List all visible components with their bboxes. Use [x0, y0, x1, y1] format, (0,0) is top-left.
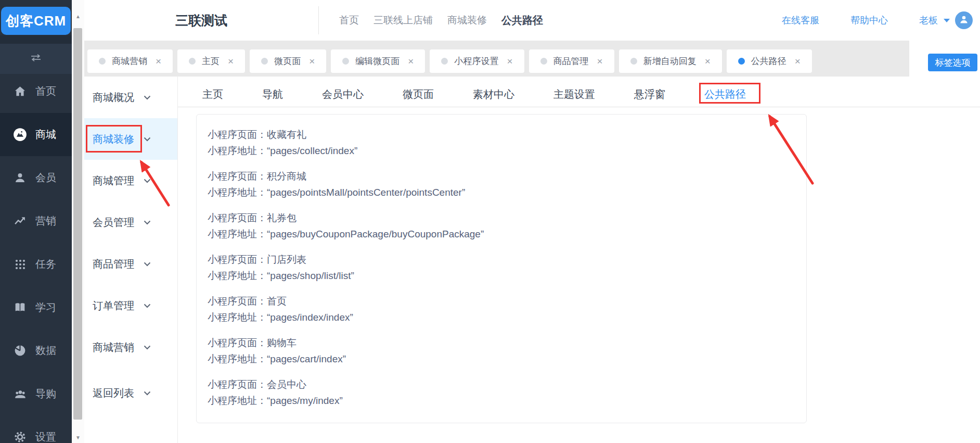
close-icon[interactable]: ×: [795, 56, 801, 66]
sidebar-item[interactable]: 商城装修: [84, 118, 177, 160]
sidebar-item[interactable]: 商城概况: [84, 77, 177, 118]
chevron-down-icon: [144, 303, 151, 308]
paths-card: 小程序页面：收藏有礼 小程序地址：“pages/collect/index” 小…: [196, 114, 807, 423]
header-link[interactable]: 在线客服: [782, 14, 819, 27]
close-icon[interactable]: ×: [156, 56, 161, 66]
sidebar-scrollbar[interactable]: ▲ ▼: [72, 0, 84, 443]
page-tab[interactable]: 微页面: [403, 87, 434, 102]
header-nav-item[interactable]: 公共路径: [501, 14, 543, 28]
rail-divider: [0, 35, 72, 44]
rail-item-label: 营销: [35, 214, 56, 228]
tab-chip[interactable]: 公共路径 ×: [727, 49, 812, 73]
close-icon[interactable]: ×: [507, 56, 512, 66]
close-icon[interactable]: ×: [705, 56, 711, 66]
header-nav-item[interactable]: 三联线上店铺: [373, 14, 433, 27]
close-icon[interactable]: ×: [309, 56, 315, 66]
tab-chip-label: 主页: [202, 55, 220, 67]
page-address-line: 小程序地址：“pages/index/index”: [208, 309, 806, 325]
tab-dot-icon: [342, 58, 349, 65]
tab-chip[interactable]: 商城营销 ×: [87, 49, 173, 73]
top-header: 三联测试 首页三联线上店铺商城装修公共路径 在线客服帮助中心 老板: [84, 0, 980, 41]
rail-item-label: 商城: [35, 128, 56, 142]
tab-chip-label: 微页面: [274, 55, 301, 67]
scroll-up-icon[interactable]: ▲: [72, 14, 84, 19]
page-tab[interactable]: 素材中心: [473, 87, 514, 102]
rail-item-label: 导购: [35, 387, 56, 401]
close-icon[interactable]: ×: [228, 56, 234, 66]
chevron-down-icon: [144, 137, 151, 142]
rail-item-tasks[interactable]: 任务: [0, 243, 72, 286]
tab-chip-label: 商品管理: [553, 55, 589, 67]
header-nav-item[interactable]: 首页: [339, 14, 359, 27]
rail-item-marketing[interactable]: 营销: [0, 199, 72, 243]
tab-chip[interactable]: 小程序设置 ×: [430, 49, 524, 73]
page-tab[interactable]: 主题设置: [553, 87, 595, 102]
sidebar-item[interactable]: 订单管理: [84, 285, 177, 326]
scroll-down-icon[interactable]: ▼: [72, 435, 84, 440]
tab-content: 小程序页面：收藏有礼 小程序地址：“pages/collect/index” 小…: [178, 107, 980, 443]
scrollbar-thumb[interactable]: [73, 28, 82, 420]
rail-item-label: 设置: [35, 430, 56, 443]
sidebar-item[interactable]: 商城管理: [84, 160, 177, 201]
user-menu[interactable]: 老板: [919, 11, 973, 29]
rail-item-data[interactable]: 数据: [0, 329, 72, 372]
page-path-item: 小程序页面：会员中心 小程序地址：“pages/my/index”: [208, 376, 806, 409]
settings-icon: [13, 430, 27, 443]
tab-chip[interactable]: 主页 ×: [177, 49, 245, 73]
chevron-down-icon: [144, 95, 151, 100]
rail-item-guide[interactable]: 导购: [0, 372, 72, 415]
sidebar-item[interactable]: 返回列表: [84, 372, 177, 414]
rail-item-label: 会员: [35, 171, 56, 185]
app-logo[interactable]: 创客CRM: [1, 7, 71, 35]
sidebar-item[interactable]: 商城营销: [84, 326, 177, 368]
tab-chips: 商城营销 × 主页 × 微页面 × 编辑微页面 × 小程序设置: [87, 49, 812, 73]
tab-chip[interactable]: 新增自动回复 ×: [619, 49, 722, 73]
secondary-sidebar: 商城概况 商城装修 商城管理 会员管理: [84, 77, 178, 443]
header-link[interactable]: 帮助中心: [850, 14, 888, 27]
chevron-down-icon: [144, 220, 151, 225]
page-path-item: 小程序页面：收藏有礼 小程序地址：“pages/collect/index”: [208, 126, 806, 159]
page-path-item: 小程序页面：积分商城 小程序地址：“pages/pointsMall/point…: [208, 168, 806, 200]
page-name-line: 小程序页面：会员中心: [208, 376, 806, 393]
tab-dot-icon: [189, 58, 196, 65]
page-name-line: 小程序页面：首页: [208, 293, 806, 309]
close-icon[interactable]: ×: [597, 56, 603, 66]
page-name-line: 小程序页面：礼券包: [208, 210, 806, 226]
header-nav-item[interactable]: 商城装修: [447, 14, 487, 27]
rail-item-mall[interactable]: 商城: [0, 113, 72, 156]
page-path-item: 小程序页面：礼券包 小程序地址：“pages/buyCouponPackage/…: [208, 210, 806, 242]
mall-icon: [13, 128, 27, 142]
main-panel: 主页导航会员中心微页面素材中心主题设置悬浮窗公共路径 小程序页面：收藏有礼 小程…: [178, 77, 980, 443]
page-tab[interactable]: 会员中心: [322, 87, 364, 102]
store-title: 三联测试: [175, 0, 227, 41]
page-address-line: 小程序地址：“pages/my/index”: [208, 393, 806, 409]
chevron-down-icon: [144, 179, 151, 183]
rail-item-home[interactable]: 首页: [0, 70, 72, 113]
tab-chip[interactable]: 微页面 ×: [250, 49, 326, 73]
rail-item-member[interactable]: 会员: [0, 156, 72, 199]
tab-chip-label: 公共路径: [751, 55, 786, 67]
tab-chip[interactable]: 商品管理 ×: [529, 49, 614, 73]
header-nav: 首页三联线上店铺商城装修公共路径: [339, 0, 543, 41]
page-tab[interactable]: 导航: [262, 87, 283, 102]
rail-menu: 首页 商城 会员 营销 任务 学习 数据: [0, 70, 72, 443]
tab-dot-icon: [630, 58, 637, 65]
tab-chip-label: 小程序设置: [454, 55, 498, 67]
sidebar-item[interactable]: 会员管理: [84, 201, 177, 243]
tag-options-panel: 标签选项: [909, 41, 980, 77]
chevron-down-icon: [144, 262, 151, 267]
page-tab[interactable]: 主页: [202, 87, 223, 102]
rail-item-learning[interactable]: 学习: [0, 286, 72, 329]
learning-icon: [13, 300, 27, 314]
page-tab[interactable]: 公共路径: [704, 87, 746, 102]
content-area: 商城概况 商城装修 商城管理 会员管理: [84, 77, 980, 443]
page-name-line: 小程序页面：门店列表: [208, 251, 806, 268]
page-tab[interactable]: 悬浮窗: [634, 87, 665, 102]
avatar[interactable]: [955, 11, 973, 29]
tag-options-button[interactable]: 标签选项: [928, 54, 977, 71]
sidebar-item[interactable]: 商品管理: [84, 243, 177, 285]
close-icon[interactable]: ×: [408, 56, 414, 66]
rail-item-settings[interactable]: 设置: [0, 415, 72, 443]
tab-chip[interactable]: 编辑微页面 ×: [331, 49, 425, 73]
tab-dot-icon: [99, 58, 106, 65]
